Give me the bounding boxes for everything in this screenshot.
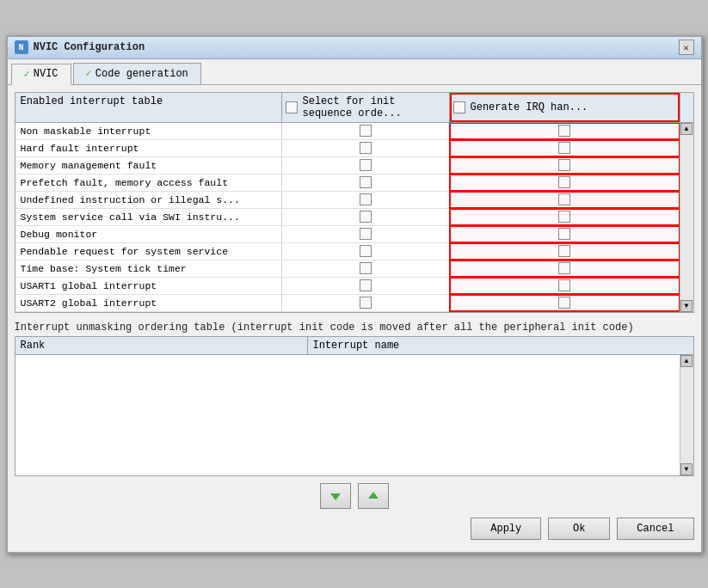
svg-marker-0 [330,493,341,500]
init-cell [282,209,450,225]
table-row: USART2 global interrupt [15,295,680,312]
tab-nvic-label: NVIC [34,68,58,80]
interrupt-table-body: Non maskable interrupt Hard fault interr… [15,123,680,312]
svg-marker-1 [368,492,379,499]
ordering-body [15,355,680,475]
init-cell [282,260,450,277]
init-checkbox[interactable] [360,245,372,257]
irq-checkbox[interactable] [558,193,570,205]
move-up-button[interactable] [358,483,389,509]
interrupt-name-cell: USART2 global interrupt [15,295,282,311]
irq-checkbox[interactable] [558,297,570,309]
ordering-scroll-up-arrow[interactable]: ▲ [680,355,693,367]
title-bar-left: N NVIC Configuration [15,40,145,54]
title-bar: N NVIC Configuration ✕ [8,37,701,59]
init-cell [282,295,450,311]
irq-checkbox[interactable] [558,142,570,154]
table-row: Debug monitor [15,226,680,243]
col-interrupt-header: Enabled interrupt table [15,93,282,122]
irq-checkbox[interactable] [558,279,570,291]
window-title: NVIC Configuration [34,41,145,53]
init-checkbox[interactable] [360,279,372,291]
irq-cell [450,175,680,191]
reorder-buttons [15,483,694,509]
init-checkbox[interactable] [360,125,372,137]
interrupt-name-cell: USART1 global interrupt [15,278,282,294]
init-checkbox[interactable] [360,228,372,240]
ok-button[interactable]: Ok [548,518,610,540]
init-checkbox[interactable] [360,262,372,274]
init-checkbox[interactable] [360,211,372,223]
irq-cell [450,260,680,277]
scroll-down-arrow[interactable]: ▼ [680,300,693,312]
irq-cell [450,278,680,294]
close-button[interactable]: ✕ [679,40,694,55]
irq-cell [450,295,680,311]
irq-checkbox[interactable] [558,159,570,171]
col-irq-header: Generate IRQ han... [450,93,680,122]
interrupt-name-cell: Prefetch fault, memory access fault [15,175,282,191]
init-cell [282,175,450,191]
ordering-vscroll[interactable]: ▲ ▼ [680,355,693,475]
ordering-body-wrapper: ▲ ▼ [15,355,693,475]
init-cell [282,243,450,260]
interrupt-name-cell: Time base: System tick timer [15,260,282,277]
ordering-table: Rank Interrupt name ▲ ▼ [15,336,694,476]
interrupt-name-cell: Non maskable interrupt [15,123,282,139]
init-checkbox[interactable] [360,176,372,188]
interrupt-name-cell: Hard fault interrupt [15,140,282,156]
irq-cell [450,192,680,208]
interrupt-table-header: Enabled interrupt table Select for init … [15,93,693,123]
init-checkbox[interactable] [360,142,372,154]
interrupt-table-vscroll[interactable]: ▲ ▼ [680,123,693,312]
interrupt-name-cell: Pendable request for system service [15,243,282,260]
tab-codegen-label: Code generation [95,68,188,80]
init-cell [282,157,450,174]
init-cell [282,123,450,139]
interrupt-table: Enabled interrupt table Select for init … [15,92,694,313]
cancel-button[interactable]: Cancel [617,518,693,540]
move-down-button[interactable] [320,483,351,509]
ordering-scroll-down-arrow[interactable]: ▼ [680,463,693,475]
table-row: Time base: System tick timer [15,260,680,278]
irq-checkbox[interactable] [558,211,570,223]
irq-cell [450,243,680,260]
irq-cell [450,140,680,156]
table-row: Prefetch fault, memory access fault [15,175,680,192]
ordering-scroll-track [680,367,693,463]
tab-code-generation[interactable]: ✓ Code generation [73,63,201,84]
irq-checkbox[interactable] [558,245,570,257]
init-checkbox[interactable] [360,297,372,309]
down-arrow-icon [329,489,342,503]
interrupt-name-cell: Undefined instruction or illegal s... [15,192,282,208]
col-interrupt-name-header: Interrupt name [308,337,693,354]
interrupt-name-cell: System service call via SWI instru... [15,209,282,225]
irq-checkbox[interactable] [558,228,570,240]
irq-cell [450,209,680,225]
col-rank-header: Rank [15,337,308,354]
irq-checkbox[interactable] [558,125,570,137]
scroll-track [680,135,693,300]
irq-checkbox[interactable] [558,262,570,274]
dialog-buttons: Apply Ok Cancel [15,518,694,545]
interrupt-table-body-wrapper: Non maskable interrupt Hard fault interr… [15,123,693,312]
scroll-up-arrow[interactable]: ▲ [680,123,693,135]
tab-nvic[interactable]: ✓ NVIC [11,64,71,85]
nvic-configuration-window: N NVIC Configuration ✕ ✓ NVIC ✓ Code gen… [6,35,703,554]
init-checkbox[interactable] [360,193,372,205]
table-row: System service call via SWI instru... [15,209,680,226]
irq-checkbox[interactable] [558,176,570,188]
ordering-section-label: Interrupt unmasking ordering table (inte… [15,318,694,336]
ordering-header: Rank Interrupt name [15,337,693,355]
table-row: USART1 global interrupt [15,278,680,295]
apply-button[interactable]: Apply [471,518,541,540]
init-header-checkbox[interactable] [286,101,298,113]
table-row: Memory management fault [15,157,680,175]
window-icon: N [15,40,28,54]
irq-header-checkbox[interactable] [453,101,465,113]
init-cell [282,140,450,156]
irq-cell [450,157,680,174]
irq-cell [450,226,680,242]
table-row: Non maskable interrupt [15,123,680,140]
init-checkbox[interactable] [360,159,372,171]
